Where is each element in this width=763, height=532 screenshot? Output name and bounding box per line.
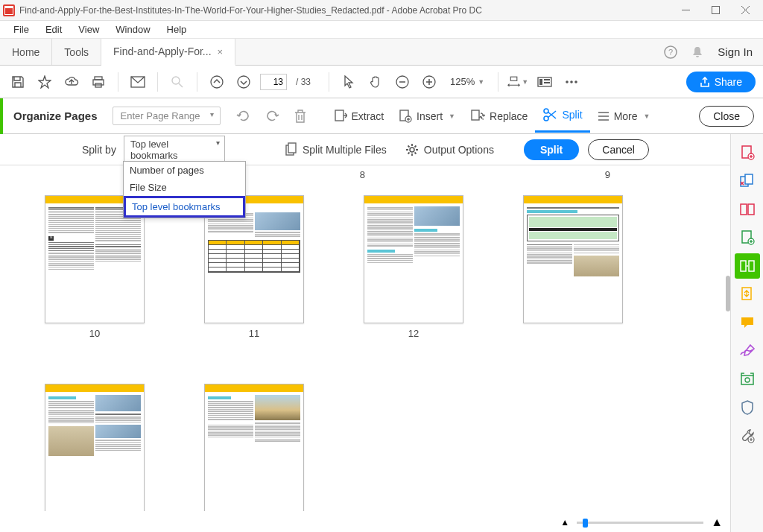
title-bar: Find-and-Apply-For-the-Best-Institutes-I… <box>0 0 763 21</box>
hand-icon[interactable] <box>365 72 386 92</box>
svg-rect-33 <box>741 204 747 215</box>
svg-rect-38 <box>749 261 754 271</box>
zoom-value: 125% <box>450 76 475 87</box>
page-down-icon[interactable] <box>233 72 254 92</box>
zoom-slider-thumb[interactable] <box>583 519 588 528</box>
page-range-placeholder: Enter Page Range <box>121 110 200 121</box>
more-tools-icon[interactable] <box>735 423 760 449</box>
close-organize-button[interactable]: Close <box>699 106 754 127</box>
acrobat-icon <box>3 4 15 16</box>
svg-point-41 <box>745 378 750 382</box>
page-up-icon[interactable] <box>206 72 227 92</box>
tab-tools[interactable]: Tools <box>52 39 101 65</box>
edit-pdf-icon[interactable] <box>735 197 760 222</box>
save-icon[interactable] <box>7 72 28 92</box>
organize-pages-icon[interactable] <box>735 253 760 279</box>
print-icon[interactable] <box>88 72 109 92</box>
page-number-input[interactable] <box>260 74 287 90</box>
svg-rect-0 <box>712 7 719 14</box>
menu-window[interactable]: Window <box>108 22 157 37</box>
zoom-out-icon[interactable] <box>392 72 413 92</box>
page-label-12: 12 <box>408 328 419 339</box>
split-multiple-button[interactable]: Split Multiple Files <box>285 142 387 157</box>
thumbnail-14[interactable] <box>45 384 145 511</box>
more-icon[interactable] <box>561 72 582 92</box>
tab-close-icon[interactable]: × <box>218 46 224 57</box>
create-pdf-icon[interactable] <box>735 140 760 165</box>
svg-point-17 <box>566 80 569 83</box>
combine-icon[interactable] <box>735 168 760 194</box>
split-option-filesize[interactable]: File Size <box>124 179 245 196</box>
tab-document[interactable]: Find-and-Apply-For... × <box>101 39 235 66</box>
zoom-in-icon[interactable] <box>419 72 440 92</box>
menu-view[interactable]: View <box>71 22 107 37</box>
svg-point-8 <box>211 76 223 88</box>
split-options-bar: Split by Top level bookmarks Number of p… <box>0 134 763 165</box>
zoom-small-icon[interactable]: ▲ <box>560 517 569 528</box>
sign-in-link[interactable]: Sign In <box>718 45 753 58</box>
compress-icon[interactable] <box>735 282 760 307</box>
zoom-slider[interactable] <box>577 522 703 524</box>
export-pdf-icon[interactable] <box>735 225 760 250</box>
fill-sign-icon[interactable] <box>735 338 760 364</box>
zoom-large-icon[interactable]: ▲ <box>711 516 723 529</box>
split-tool[interactable]: Split <box>535 100 589 133</box>
output-options-label: Output Options <box>424 144 494 156</box>
more-tool[interactable]: More ▼ <box>590 100 658 133</box>
page-label-10: 10 <box>89 328 100 339</box>
thumbnail-area: 8 9 04 <box>0 165 730 511</box>
thumbnail-15[interactable] <box>204 384 304 511</box>
split-option-pages[interactable]: Number of pages <box>124 162 245 179</box>
organize-accent <box>0 98 3 134</box>
menu-edit[interactable]: Edit <box>38 22 69 37</box>
thumbnail-12[interactable]: 12 <box>364 195 463 339</box>
rotate-right-icon[interactable] <box>261 105 283 127</box>
split-by-select[interactable]: Top level bookmarks <box>124 136 225 164</box>
svg-rect-34 <box>748 204 754 215</box>
split-confirm-button[interactable]: Split <box>524 139 579 160</box>
maximize-button[interactable] <box>700 0 730 21</box>
more-label: More <box>614 110 638 122</box>
tab-home[interactable]: Home <box>0 39 52 65</box>
replace-label: Replace <box>490 110 528 122</box>
svg-rect-4 <box>93 80 104 85</box>
read-mode-icon[interactable] <box>534 72 555 92</box>
help-icon[interactable]: ? <box>664 45 677 59</box>
minimize-button[interactable] <box>671 0 700 21</box>
svg-rect-14 <box>539 79 542 85</box>
split-option-bookmarks[interactable]: Top level bookmarks <box>124 196 245 218</box>
split-cancel-button[interactable]: Cancel <box>588 139 649 160</box>
svg-point-18 <box>570 80 573 83</box>
share-button[interactable]: Share <box>686 72 756 92</box>
pointer-icon[interactable] <box>338 72 359 92</box>
svg-rect-15 <box>544 79 550 80</box>
insert-tool[interactable]: Insert ▼ <box>391 100 463 133</box>
menu-file[interactable]: File <box>6 22 37 37</box>
protect-icon[interactable] <box>735 395 760 420</box>
zoom-select[interactable]: 125%▼ <box>446 76 489 87</box>
page-range-select[interactable]: Enter Page Range <box>113 107 221 125</box>
delete-icon[interactable] <box>289 105 311 127</box>
extract-tool[interactable]: Extract <box>326 100 392 133</box>
close-button[interactable] <box>730 0 760 21</box>
replace-tool[interactable]: Replace <box>463 100 535 133</box>
tab-tools-label: Tools <box>64 46 89 58</box>
rotate-left-icon[interactable] <box>232 105 255 127</box>
svg-rect-20 <box>335 110 343 121</box>
split-by-label: Split by <box>82 144 116 156</box>
cloud-upload-icon[interactable] <box>61 72 82 92</box>
page-total: / 33 <box>296 77 311 87</box>
menu-help[interactable]: Help <box>159 22 194 37</box>
find-icon[interactable] <box>167 72 188 92</box>
tab-document-label: Find-and-Apply-For... <box>113 45 212 57</box>
thumbnail-13[interactable] <box>523 195 623 339</box>
organize-pages-bar: Organize Pages Enter Page Range Extract … <box>0 98 763 134</box>
output-options-button[interactable]: Output Options <box>405 142 494 157</box>
fit-width-icon[interactable]: ▼ <box>507 72 528 92</box>
sidebar-scrollbar[interactable] <box>726 276 730 311</box>
email-icon[interactable] <box>127 72 148 92</box>
bell-icon[interactable] <box>691 45 704 59</box>
scan-ocr-icon[interactable] <box>735 367 760 392</box>
star-icon[interactable] <box>34 72 55 92</box>
comment-icon[interactable] <box>735 310 760 335</box>
